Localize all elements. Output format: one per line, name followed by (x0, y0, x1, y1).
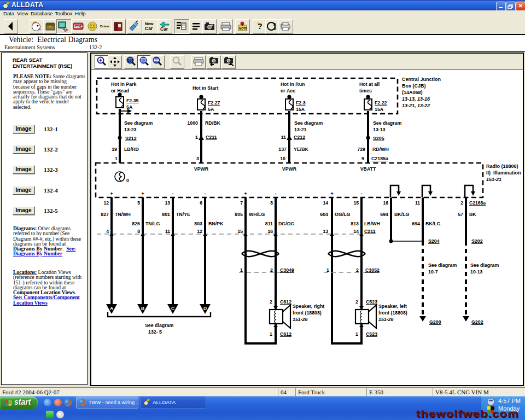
svg-text:S202: S202 (471, 238, 483, 244)
svg-text:805: 805 (235, 212, 243, 217)
svg-text:13-23: 13-23 (124, 127, 137, 132)
svg-text:15: 15 (353, 200, 359, 206)
svg-text:1: 1 (115, 156, 118, 161)
svg-text:2: 2 (355, 299, 358, 305)
svg-text:See diagram: See diagram (428, 262, 457, 268)
svg-text:-: - (205, 191, 206, 196)
svg-text:151-26: 151-26 (293, 317, 307, 322)
svg-text:front (18808): front (18808) (293, 310, 322, 316)
svg-text:B: B (141, 306, 144, 311)
svg-text:VBATT: VBATT (360, 166, 376, 172)
svg-text:13: 13 (165, 200, 170, 206)
svg-text:6: 6 (200, 200, 202, 206)
svg-text:15A: 15A (375, 107, 384, 112)
svg-text:803: 803 (194, 221, 202, 226)
svg-text:5A: 5A (126, 104, 133, 110)
svg-text:12: 12 (103, 200, 109, 206)
svg-text:137: 137 (278, 147, 287, 152)
svg-text:NOTE: NOTE (239, 27, 248, 30)
svg-text:2: 2 (270, 299, 272, 305)
svg-text:(14A068): (14A068) (402, 90, 423, 95)
svg-text:C: C (171, 306, 174, 311)
svg-text:10-13: 10-13 (470, 269, 483, 275)
svg-text:LB/RD: LB/RD (124, 147, 139, 152)
svg-text:BK: BK (469, 212, 476, 217)
svg-text:1: 1 (355, 331, 358, 337)
svg-text:13-13: 13-13 (373, 127, 386, 132)
svg-text:13-13, 13-16: 13-13, 13-16 (402, 96, 430, 102)
svg-text:C211: C211 (206, 135, 217, 140)
svg-text:16: 16 (383, 200, 388, 206)
svg-text:A: A (110, 306, 113, 311)
svg-text:Car: Car (145, 26, 153, 31)
svg-text:14: 14 (323, 200, 328, 206)
svg-text:826: 826 (132, 221, 140, 226)
svg-text:694: 694 (380, 212, 388, 217)
svg-text:RD/BK: RD/BK (205, 120, 221, 126)
svg-text:C612: C612 (280, 299, 291, 305)
svg-text:Hot in Start: Hot in Start (192, 85, 218, 91)
svg-text:11: 11 (165, 229, 170, 234)
svg-text:11: 11 (415, 200, 420, 206)
svg-text:1000: 1000 (187, 120, 198, 126)
svg-text:1: 1 (195, 135, 198, 140)
svg-text:7550: 7550 (75, 25, 81, 28)
svg-text:13-21, 13-22: 13-21, 13-22 (402, 103, 430, 108)
svg-text:C2185a: C2185a (371, 156, 388, 161)
svg-text:5: 5 (137, 200, 140, 206)
svg-text:+: + (141, 191, 144, 196)
svg-text:C3049: C3049 (280, 267, 294, 273)
svg-text:F2.3: F2.3 (296, 100, 306, 106)
svg-text:16: 16 (267, 229, 273, 234)
svg-text:604: 604 (320, 212, 328, 217)
svg-text:C211: C211 (364, 229, 376, 234)
svg-text:II) Illumination: II) Illumination (486, 170, 521, 176)
svg-text:729: 729 (357, 147, 365, 152)
svg-text:TN/WH: TN/WH (115, 212, 131, 217)
svg-text:2: 2 (270, 267, 273, 273)
svg-text:+: + (330, 191, 333, 196)
svg-text:Speaker, left: Speaker, left (378, 304, 407, 309)
svg-text:See diagram: See diagram (470, 262, 499, 268)
svg-text:13: 13 (323, 229, 328, 234)
svg-text:S204: S204 (428, 238, 440, 244)
svg-text:F2.27: F2.27 (208, 100, 220, 106)
svg-text:7: 7 (240, 200, 243, 206)
svg-text:S205: S205 (373, 136, 384, 141)
svg-text:1: 1 (326, 267, 329, 273)
svg-text:694: 694 (412, 221, 420, 226)
svg-text:VPWR: VPWR (282, 166, 297, 172)
svg-text:13-21: 13-21 (294, 127, 307, 132)
svg-text:OG/LG: OG/LG (335, 212, 351, 217)
svg-text:G200: G200 (429, 319, 441, 325)
svg-text:See diagram: See diagram (145, 323, 173, 328)
svg-text:or Acc: or Acc (281, 88, 295, 94)
svg-text:14: 14 (353, 229, 359, 234)
svg-text:2: 2 (356, 267, 359, 273)
svg-text:+: + (244, 191, 247, 196)
svg-text:151-26: 151-26 (378, 317, 393, 322)
svg-text:Driver: Driver (100, 25, 110, 28)
svg-text:A: A (273, 22, 276, 26)
svg-text:57: 57 (458, 212, 463, 217)
svg-text:Hot in Park: Hot in Park (111, 81, 137, 87)
svg-text:front (18808): front (18808) (378, 310, 407, 316)
svg-text:9: 9 (361, 156, 364, 161)
svg-text:G202: G202 (471, 319, 483, 325)
svg-text:+: + (110, 191, 113, 196)
svg-text:DG/OG: DG/OG (278, 221, 294, 226)
svg-text:15A: 15A (296, 107, 305, 112)
svg-text:See diagram: See diagram (294, 120, 323, 126)
svg-text:8: 8 (137, 229, 140, 234)
svg-text:VPWR: VPWR (194, 166, 209, 172)
svg-text:LB/WH: LB/WH (364, 221, 380, 226)
svg-text:D: D (203, 306, 207, 311)
svg-text:4: 4 (106, 229, 109, 234)
svg-text:12: 12 (197, 229, 202, 234)
svg-text:5A: 5A (208, 107, 214, 112)
svg-text:times: times (359, 88, 372, 94)
svg-text:TN/LG: TN/LG (145, 221, 160, 226)
svg-text:2: 2 (460, 200, 463, 206)
svg-text:C2168a: C2168a (469, 200, 486, 206)
svg-text:Radio (18806): Radio (18806) (486, 164, 518, 169)
